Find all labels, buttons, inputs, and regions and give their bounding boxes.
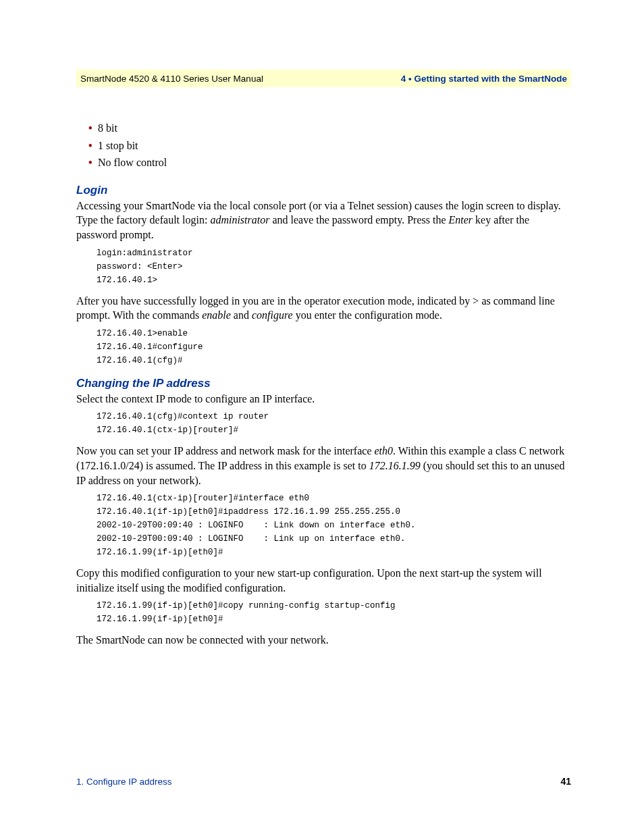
- code-block-interface: 172.16.40.1(ctx-ip)[router]#interface et…: [97, 492, 571, 559]
- body-paragraph: Select the context IP mode to configure …: [76, 392, 571, 407]
- section-heading-changing-ip: Changing the IP address: [76, 377, 571, 390]
- code-block-enable: 172.16.40.1>enable 172.16.40.1#configure…: [97, 327, 571, 367]
- footer-section-title: 1. Configure IP address: [76, 777, 172, 787]
- header-bar: SmartNode 4520 & 4110 Series User Manual…: [76, 70, 571, 87]
- emphasis-configure: configure: [252, 309, 293, 321]
- list-item: 8 bit: [88, 120, 571, 137]
- header-manual-title: SmartNode 4520 & 4110 Series User Manual: [80, 74, 263, 84]
- body-paragraph: Accessing your SmartNode via the local c…: [76, 199, 571, 242]
- text-run: and leave the password empty. Press the: [269, 214, 448, 226]
- body-paragraph: After you have successfully logged in yo…: [76, 294, 571, 323]
- list-item: 1 stop bit: [88, 137, 571, 155]
- body-paragraph: Copy this modified configuration to your…: [76, 566, 571, 595]
- header-chapter-title: 4 • Getting started with the SmartNode: [401, 74, 567, 84]
- body-paragraph: The SmartNode can now be connected with …: [76, 633, 571, 648]
- emphasis-eth0: eth0: [375, 445, 394, 457]
- emphasis-enter: Enter: [449, 214, 473, 226]
- text-run: you enter the configuration mode.: [293, 309, 442, 321]
- text-run: and: [231, 309, 252, 321]
- footer: 1. Configure IP address 41: [76, 776, 571, 787]
- section-heading-login: Login: [76, 184, 571, 197]
- page: SmartNode 4520 & 4110 Series User Manual…: [0, 0, 644, 834]
- code-block-copy-config: 172.16.1.99(if-ip)[eth0]#copy running-co…: [97, 599, 571, 626]
- emphasis-ip-address: 172.16.1.99: [369, 460, 421, 471]
- serial-settings-list: 8 bit 1 stop bit No flow control: [76, 120, 571, 172]
- code-block-context-ip: 172.16.40.1(cfg)#context ip router 172.1…: [97, 410, 571, 437]
- page-number: 41: [560, 776, 571, 787]
- body-paragraph: Now you can set your IP address and netw…: [76, 444, 571, 488]
- code-block-login: login:administrator password: <Enter> 17…: [97, 246, 571, 287]
- emphasis-enable: enable: [202, 309, 231, 321]
- text-run: Now you can set your IP address and netw…: [76, 445, 375, 457]
- emphasis-administrator: administrator: [210, 214, 269, 226]
- list-item: No flow control: [88, 154, 571, 172]
